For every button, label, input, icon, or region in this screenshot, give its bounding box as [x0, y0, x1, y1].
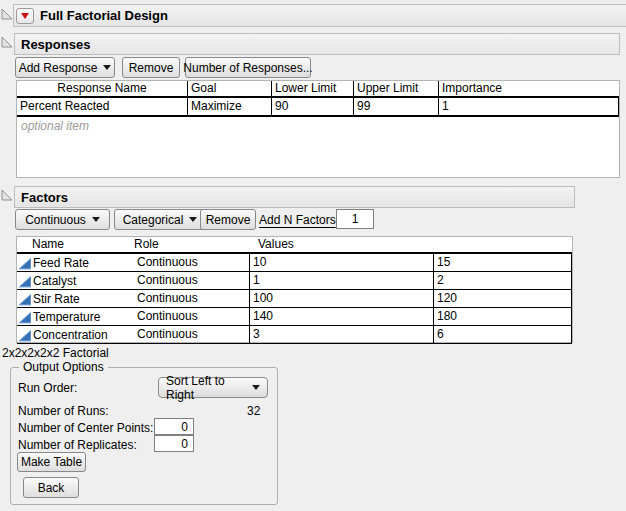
remove-factor-label: Remove	[206, 213, 251, 227]
factor-high-value-cell[interactable]: 6	[433, 326, 572, 343]
factor-role-cell[interactable]: Continuous	[134, 290, 249, 307]
continuous-factor-icon	[19, 275, 31, 288]
col-values: Values	[253, 237, 572, 252]
number-of-runs-label: Number of Runs:	[18, 404, 109, 418]
factors-section-band: Factors	[14, 186, 575, 208]
factor-role-cell[interactable]: Continuous	[134, 254, 249, 271]
factor-high-value-cell[interactable]: 15	[433, 254, 572, 271]
factor-name-cell[interactable]: Catalyst	[17, 272, 134, 289]
factors-table-header: Name Role Values	[17, 237, 572, 254]
number-of-runs-value: 32	[247, 404, 260, 418]
continuous-factor-icon	[19, 257, 31, 270]
responses-panel: Response Name Goal Lower Limit Upper Lim…	[16, 80, 620, 178]
make-table-button[interactable]: Make Table	[17, 452, 86, 472]
replicates-input[interactable]	[154, 435, 194, 452]
title-band: Full Factorial Design	[13, 4, 626, 27]
responses-table-header: Response Name Goal Lower Limit Upper Lim…	[17, 81, 619, 98]
continuous-label: Continuous	[25, 213, 86, 227]
center-points-label: Number of Center Points:	[18, 421, 153, 435]
back-button[interactable]: Back	[23, 477, 79, 498]
add-n-factors-label: Add N Factors	[259, 213, 336, 227]
optional-item-placeholder[interactable]: optional item	[17, 117, 619, 133]
col-goal: Goal	[187, 81, 271, 96]
add-continuous-factor-button[interactable]: Continuous	[15, 209, 110, 230]
chevron-down-icon	[252, 385, 260, 390]
page-title: Full Factorial Design	[40, 8, 168, 23]
response-table-row: Percent Reacted Maximize 90 99 1	[17, 98, 619, 117]
remove-factor-button[interactable]: Remove	[200, 209, 256, 230]
response-goal-cell[interactable]: Maximize	[187, 98, 271, 115]
factor-high-value-cell[interactable]: 120	[433, 290, 572, 307]
factor-table-row: Concentration Continuous 3 6	[17, 326, 572, 344]
full-factorial-design-window: Full Factorial Design Responses Add Resp…	[0, 0, 626, 511]
add-response-label: Add Response	[19, 61, 98, 75]
col-importance: Importance	[438, 81, 619, 96]
response-importance-cell[interactable]: 1	[438, 98, 619, 115]
factor-high-value-cell[interactable]: 180	[433, 308, 572, 325]
factor-name-cell[interactable]: Stir Rate	[17, 290, 134, 307]
output-options-legend: Output Options	[19, 360, 108, 374]
factor-low-value-cell[interactable]: 10	[249, 254, 433, 271]
run-order-value: Sort Left to Right	[166, 374, 252, 402]
add-n-factors-input[interactable]	[336, 209, 374, 229]
factor-role-cell[interactable]: Continuous	[134, 272, 249, 289]
categorical-label: Categorical	[123, 213, 184, 227]
remove-response-label: Remove	[129, 61, 174, 75]
factor-low-value-cell[interactable]: 3	[249, 326, 433, 343]
col-upper-limit: Upper Limit	[353, 81, 438, 96]
make-table-label: Make Table	[21, 455, 82, 469]
col-role: Role	[134, 237, 253, 252]
responses-section-title: Responses	[15, 37, 90, 52]
continuous-factor-icon	[19, 311, 31, 324]
red-triangle-icon	[21, 13, 29, 19]
col-name: Name	[17, 237, 134, 252]
factor-high-value-cell[interactable]: 2	[433, 272, 572, 289]
response-upper-limit-cell[interactable]: 99	[353, 98, 438, 115]
replicates-label: Number of Replicates:	[18, 438, 137, 452]
continuous-factor-icon	[19, 329, 31, 342]
number-of-responses-label: Number of Responses...	[183, 61, 312, 75]
factor-name-cell[interactable]: Feed Rate	[17, 254, 134, 271]
factors-section-title: Factors	[15, 190, 68, 205]
responses-disclosure-triangle-icon[interactable]	[1, 36, 13, 48]
chevron-down-icon	[189, 217, 197, 222]
response-name-cell[interactable]: Percent Reacted	[17, 98, 187, 115]
factor-role-cell[interactable]: Continuous	[134, 308, 249, 325]
number-of-responses-button[interactable]: Number of Responses...	[185, 57, 311, 78]
response-lower-limit-cell[interactable]: 90	[271, 98, 353, 115]
continuous-factor-icon	[19, 293, 31, 306]
col-response-name: Response Name	[17, 81, 187, 96]
run-order-label: Run Order:	[18, 381, 77, 395]
factor-name-cell[interactable]: Concentration	[17, 326, 134, 343]
factors-panel: Name Role Values Feed Rate Continuous 10…	[16, 236, 573, 343]
center-points-input[interactable]	[154, 418, 194, 435]
factor-table-row: Feed Rate Continuous 10 15	[17, 254, 572, 272]
factor-low-value-cell[interactable]: 100	[249, 290, 433, 307]
factor-low-value-cell[interactable]: 140	[249, 308, 433, 325]
factor-table-row: Temperature Continuous 140 180	[17, 308, 572, 326]
chevron-down-icon	[92, 217, 100, 222]
chevron-down-icon	[103, 65, 111, 70]
responses-section-band: Responses	[14, 33, 620, 55]
remove-response-button[interactable]: Remove	[122, 57, 180, 78]
factor-low-value-cell[interactable]: 1	[249, 272, 433, 289]
back-label: Back	[38, 481, 65, 495]
run-order-dropdown[interactable]: Sort Left to Right	[158, 377, 268, 398]
factor-table-row: Stir Rate Continuous 100 120	[17, 290, 572, 308]
design-summary-text: 2x2x2x2x2 Factorial	[2, 346, 109, 360]
factor-name-cell[interactable]: Temperature	[17, 308, 134, 325]
col-lower-limit: Lower Limit	[271, 81, 353, 96]
title-disclosure-triangle-icon[interactable]	[1, 8, 13, 20]
factors-disclosure-triangle-icon[interactable]	[1, 189, 13, 201]
factor-role-cell[interactable]: Continuous	[134, 326, 249, 343]
factor-table-row: Catalyst Continuous 1 2	[17, 272, 572, 290]
add-response-button[interactable]: Add Response	[15, 57, 115, 78]
red-triangle-menu-button[interactable]	[16, 8, 34, 24]
add-categorical-factor-button[interactable]: Categorical	[114, 209, 206, 230]
